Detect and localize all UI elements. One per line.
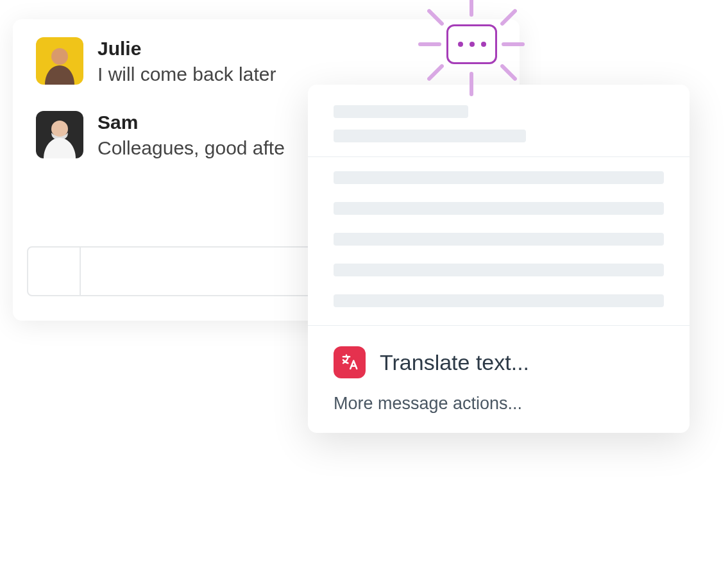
more-horizontal-icon [458, 42, 463, 47]
menu-item-placeholder[interactable] [334, 130, 526, 142]
input-divider [80, 248, 81, 295]
message-text: I will come back later [97, 62, 276, 88]
more-horizontal-icon [481, 42, 486, 47]
message-body: Julie I will come back later [97, 37, 276, 88]
more-horizontal-icon [470, 42, 475, 47]
highlight-ray [470, 72, 473, 96]
menu-item-placeholder[interactable] [334, 171, 664, 184]
highlight-ray [502, 42, 525, 46]
menu-item-label: More message actions... [334, 394, 522, 413]
menu-divider [308, 325, 690, 326]
menu-item-placeholder[interactable] [334, 202, 664, 215]
message-body: Sam Colleagues, good afte [97, 111, 285, 162]
svg-point-1 [51, 48, 68, 65]
translate-icon [334, 346, 366, 378]
more-actions-button[interactable] [446, 24, 497, 64]
message-actions-menu: Translate text... More message actions..… [308, 85, 690, 433]
avatar [36, 37, 83, 85]
menu-item-placeholder[interactable] [334, 105, 468, 118]
menu-item-placeholder[interactable] [334, 264, 664, 276]
menu-divider [308, 156, 690, 157]
more-message-actions-link[interactable]: More message actions... [308, 387, 690, 416]
avatar [36, 111, 83, 158]
highlight-ray [470, 0, 473, 17]
menu-item-placeholder[interactable] [334, 294, 664, 307]
translate-text-action[interactable]: Translate text... [308, 340, 690, 387]
message-text: Colleagues, good afte [97, 135, 285, 162]
highlight-ray [418, 42, 441, 46]
sender-name: Sam [97, 111, 285, 134]
sender-name: Julie [97, 37, 276, 60]
menu-item-label: Translate text... [380, 350, 529, 375]
menu-item-placeholder[interactable] [334, 233, 664, 246]
